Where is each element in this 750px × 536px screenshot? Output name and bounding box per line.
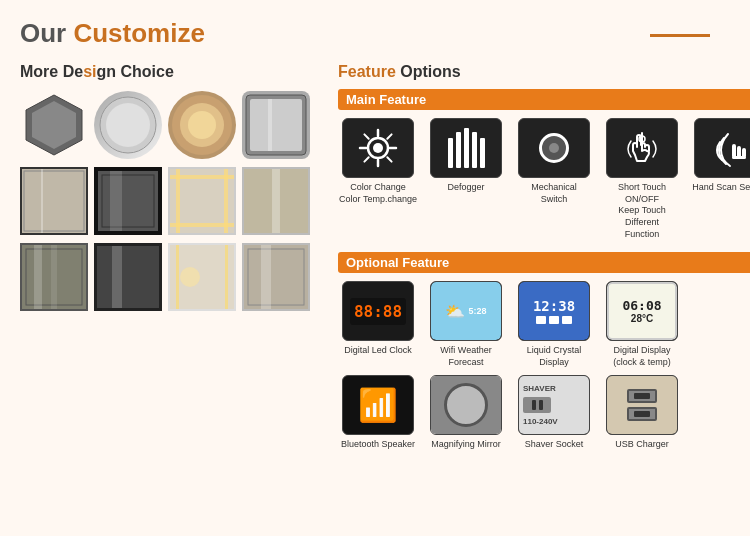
design-r3-3 [168, 243, 236, 311]
header: Our Customize [20, 18, 730, 49]
design-circle [94, 91, 162, 159]
svg-rect-19 [170, 175, 234, 179]
svg-line-44 [364, 157, 368, 161]
design-row2 [20, 167, 320, 235]
bluetooth-label: Bluetooth Speaker [341, 439, 415, 451]
svg-line-41 [364, 134, 368, 138]
bluetooth-icon-box: 📶 [342, 375, 414, 435]
svg-rect-47 [732, 144, 736, 158]
feature-defogger: Defogger [426, 118, 506, 194]
optional-feature-band: Optional Feature [338, 252, 750, 273]
feature-suffix: Options [396, 63, 461, 80]
mech-switch-icon-box [518, 118, 590, 178]
page: Our Customize More Design Choice [0, 0, 750, 536]
usb-port-2 [627, 407, 657, 421]
svg-rect-10 [22, 169, 86, 233]
design-hex [20, 91, 88, 159]
mech-switch-label: MechanicalSwitch [531, 182, 577, 205]
shaver-hole-2 [539, 400, 543, 410]
weather-display: ⛅ 5:28 [431, 282, 501, 340]
lcd-icon-1 [536, 316, 546, 324]
svg-line-43 [387, 134, 391, 138]
right-section: Feature Options Main Feature [338, 63, 750, 457]
svg-point-45 [373, 143, 383, 153]
main-features-row: Color ChangeColor Temp.change Defogger [338, 118, 750, 240]
feature-digital-led-clock: 88:88 Digital Led Clock [338, 281, 418, 357]
lcd-time: 12:38 [533, 298, 575, 314]
led-clock-icon-box: 88:88 [342, 281, 414, 341]
touch-icon-box [606, 118, 678, 178]
lcd-icon-box: 12:38 [518, 281, 590, 341]
defogger-label: Defogger [447, 182, 484, 194]
mech-circle [539, 133, 569, 163]
shaver-icon-box: SHAVER 110-240V [518, 375, 590, 435]
design-choice-title: More Design Choice [20, 63, 320, 81]
magnify-label: Magnifying Mirror [431, 439, 501, 451]
design-row3 [20, 243, 320, 311]
feature-hand-scan: Hand Scan Sensor [690, 118, 750, 194]
svg-line-42 [387, 157, 391, 161]
lcd-display: 12:38 [519, 282, 589, 340]
feature-wifi-weather: ⛅ 5:28 Wifi Weather Forecast [426, 281, 506, 368]
left-section: More Design Choice [20, 63, 320, 457]
title-prefix: Our [20, 18, 73, 48]
dig-time: 06:08 [622, 298, 661, 313]
feature-mech-switch: MechanicalSwitch [514, 118, 594, 205]
touch-label: Short Touch ON/OFFKeep Touch DifferentFu… [602, 182, 682, 240]
lcd-label: Liquid Crystal Display [514, 345, 594, 368]
main-content: More Design Choice [20, 63, 730, 457]
shaver-hole-1 [532, 400, 536, 410]
usb-port-1 [627, 389, 657, 403]
lcd-icon-2 [549, 316, 559, 324]
shaver-socket [523, 397, 551, 413]
magnify-circle [444, 383, 488, 427]
usb-display [607, 376, 677, 434]
usb-icon-box [606, 375, 678, 435]
svg-rect-50 [732, 156, 746, 159]
design-rect [242, 91, 310, 159]
svg-point-6 [188, 111, 216, 139]
usb-label: USB Charger [615, 439, 669, 451]
feature-highlight: Feature [338, 63, 396, 80]
svg-rect-33 [244, 245, 308, 309]
svg-rect-29 [170, 245, 234, 309]
main-feature-band: Main Feature [338, 89, 750, 110]
svg-rect-9 [268, 99, 272, 151]
feature-short-touch: Short Touch ON/OFFKeep Touch DifferentFu… [602, 118, 682, 240]
led-clock-display: 88:88 [350, 298, 406, 325]
title-highlight: Customize [73, 18, 204, 48]
feature-shaver: SHAVER 110-240V Shaver Socket [514, 375, 594, 451]
svg-rect-27 [97, 246, 159, 308]
digital-display-screen: 06:08 28°C [607, 282, 677, 340]
feature-usb: USB Charger [602, 375, 682, 451]
usb-inner-2 [634, 411, 650, 417]
svg-point-30 [180, 267, 200, 287]
design-r2-1 [20, 167, 88, 235]
design-r2-2 [94, 167, 162, 235]
led-clock-label: Digital Led Clock [344, 345, 412, 357]
design-r2-3 [168, 167, 236, 235]
magnify-icon-box [430, 375, 502, 435]
optional-features-row1: 88:88 Digital Led Clock ⛅ 5:28 [338, 281, 750, 368]
defogger-icon-box [430, 118, 502, 178]
svg-point-3 [106, 103, 150, 147]
page-title: Our Customize [20, 18, 205, 49]
design-r3-2 [94, 243, 162, 311]
hand-scan-icon-box [694, 118, 750, 178]
svg-rect-8 [250, 99, 302, 151]
hand-scan-label: Hand Scan Sensor [692, 182, 750, 194]
svg-rect-31 [176, 245, 179, 309]
shaver-voltage: 110-240V [523, 417, 558, 426]
feature-bluetooth: 📶 Bluetooth Speaker [338, 375, 418, 451]
color-change-icon-box [342, 118, 414, 178]
lcd-icons [536, 316, 572, 324]
design-oval [168, 91, 236, 159]
svg-rect-32 [225, 245, 228, 309]
lcd-icon-3 [562, 316, 572, 324]
feature-digital-display: 06:08 28°C Digital Display(clock & temp) [602, 281, 682, 368]
shaver-label: Shaver Socket [525, 439, 584, 451]
weather-icon-box: ⛅ 5:28 [430, 281, 502, 341]
magnify-display [431, 376, 501, 434]
weather-label: Wifi Weather Forecast [426, 345, 506, 368]
svg-rect-20 [170, 223, 234, 227]
